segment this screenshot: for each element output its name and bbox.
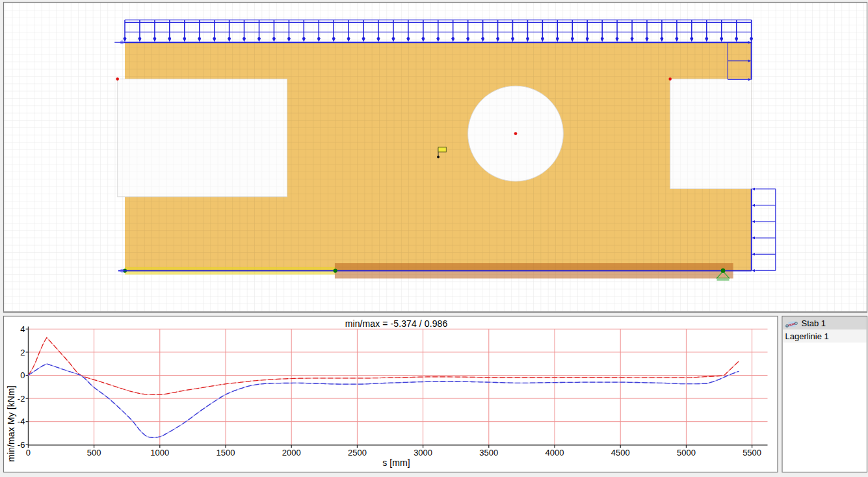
svg-text:2000: 2000 bbox=[282, 448, 301, 458]
svg-text:4: 4 bbox=[20, 324, 25, 334]
svg-text:min/max My [kNm]: min/max My [kNm] bbox=[6, 385, 16, 462]
svg-text:s [mm]: s [mm] bbox=[382, 458, 410, 468]
svg-text:Lagerlinie 1: Lagerlinie 1 bbox=[785, 331, 829, 341]
svg-text:500: 500 bbox=[87, 448, 101, 458]
svg-text:0: 0 bbox=[20, 370, 25, 380]
svg-text:2: 2 bbox=[20, 348, 25, 357]
svg-text:5500: 5500 bbox=[743, 448, 761, 458]
svg-text:-2: -2 bbox=[18, 394, 25, 404]
svg-text:5000: 5000 bbox=[677, 448, 696, 458]
svg-text:1000: 1000 bbox=[150, 448, 169, 458]
svg-text:4000: 4000 bbox=[546, 448, 564, 458]
svg-text:2500: 2500 bbox=[348, 448, 367, 458]
svg-text:1500: 1500 bbox=[217, 448, 235, 458]
svg-text:4500: 4500 bbox=[611, 448, 630, 458]
svg-text:-6: -6 bbox=[18, 440, 25, 450]
svg-text:-4: -4 bbox=[18, 417, 25, 426]
svg-text:3000: 3000 bbox=[414, 448, 432, 458]
svg-text:3500: 3500 bbox=[479, 448, 498, 458]
svg-text:min/max = -5.374 / 0.986: min/max = -5.374 / 0.986 bbox=[345, 318, 448, 329]
svg-text:Stab 1: Stab 1 bbox=[802, 318, 826, 328]
svg-text:0: 0 bbox=[26, 448, 31, 458]
